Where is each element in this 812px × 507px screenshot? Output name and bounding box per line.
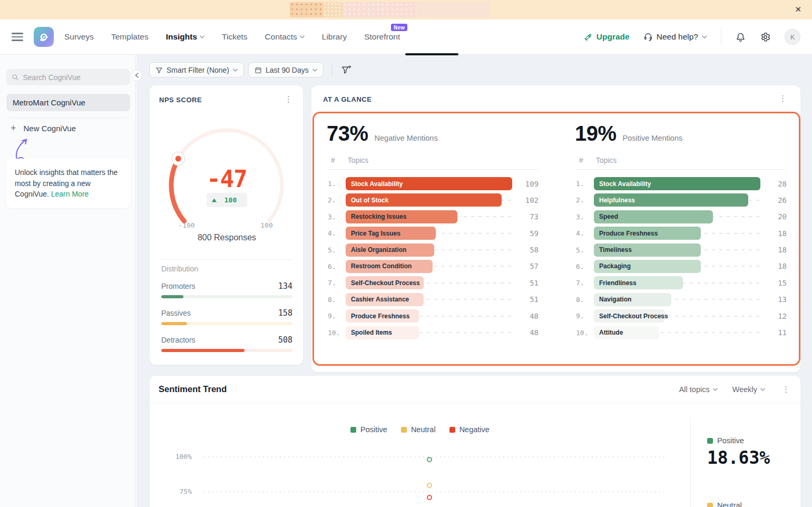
search-input[interactable]: [23, 73, 125, 82]
topic-row: 1.Stock Availability109: [327, 177, 539, 190]
settings-button[interactable]: [760, 32, 771, 43]
topic-bar-track: Stock Availability: [594, 177, 760, 190]
topic-bar-track: Helpfulness: [594, 193, 760, 207]
legend-item-negative[interactable]: Negative: [449, 425, 490, 434]
need-help-button[interactable]: Need help?: [643, 32, 707, 42]
topic-bar[interactable]: Restroom Condition: [346, 260, 433, 273]
topic-bar[interactable]: Navigation: [594, 293, 671, 306]
topic-bar-track: Navigation: [594, 293, 760, 306]
topic-bar[interactable]: Packaging: [594, 260, 701, 273]
topic-bar[interactable]: Spoiled Items: [346, 326, 419, 339]
y-axis-tick: 100%: [160, 453, 192, 461]
sidebar-item-metromart-cognivue[interactable]: MetroMart CogniVue: [6, 94, 130, 111]
side-positive-value: 18.63%: [707, 447, 770, 468]
cognivue-search[interactable]: [6, 69, 130, 85]
topic-row: 9.Self-Checkout Process12: [575, 309, 787, 323]
topic-bar[interactable]: Speed: [594, 210, 713, 223]
distribution-row-header: Promoters134: [161, 281, 292, 291]
legend-swatch: [350, 427, 356, 433]
data-point[interactable]: [427, 457, 432, 462]
distribution-bar[interactable]: [161, 349, 244, 352]
topic-bar[interactable]: Helpfulness: [594, 193, 748, 207]
topic-bar[interactable]: Out of Stock: [346, 193, 502, 207]
topic-row: 2.Out of Stock102: [327, 193, 539, 207]
topic-label: Self-Checkout Process: [351, 279, 420, 287]
nav-item-insights[interactable]: Insights: [166, 32, 204, 42]
banner-texture: [416, 2, 490, 17]
distribution-label: Promoters: [161, 282, 195, 290]
topic-bar[interactable]: Timeliness: [594, 243, 701, 257]
topic-bar[interactable]: Aisle Organization: [346, 243, 434, 257]
topic-bar[interactable]: Friendliness: [594, 276, 683, 289]
topic-label: Restocking Issues: [351, 213, 406, 220]
data-point[interactable]: [427, 495, 432, 500]
topic-value: 12: [765, 312, 787, 320]
topic-bar[interactable]: Produce Freshness: [346, 309, 419, 323]
topic-value: 73: [516, 212, 539, 221]
sentiment-menu-icon[interactable]: ⋮: [780, 385, 792, 394]
add-filter-icon[interactable]: [341, 65, 351, 75]
topic-value: 58: [516, 246, 539, 254]
nav-item-tickets[interactable]: Tickets: [222, 32, 248, 42]
topic-bar-track: Self-Checkout Process: [346, 276, 512, 289]
nav-item-storefront[interactable]: StorefrontNew: [364, 32, 400, 42]
glance-card-menu-icon[interactable]: ⋮: [776, 94, 790, 103]
nav-item-surveys[interactable]: Surveys: [64, 32, 94, 42]
nps-score-card: NPS SCORE ⋮ -47 100 -100 100 800 Respons…: [149, 85, 304, 365]
nav-item-contacts[interactable]: Contacts: [265, 32, 305, 42]
topic-row: 10.Attitude11: [575, 326, 787, 339]
notifications-button[interactable]: [735, 32, 746, 43]
topic-bar[interactable]: Restocking Issues: [346, 210, 457, 223]
date-range-dropdown[interactable]: Last 90 Days: [248, 62, 324, 77]
banner-close-icon[interactable]: ✕: [793, 4, 804, 15]
date-range-label: Last 90 Days: [266, 66, 309, 74]
positive-stat: 19% Positive Mentions: [575, 122, 682, 145]
user-avatar[interactable]: K: [785, 29, 800, 45]
distribution-label: Detractors: [161, 336, 195, 344]
topic-bar[interactable]: Produce Freshness: [594, 227, 701, 240]
distribution-bar[interactable]: [161, 322, 187, 325]
data-point[interactable]: [427, 483, 432, 488]
hamburger-menu-icon[interactable]: [12, 31, 23, 43]
chevron-down-icon: [702, 35, 707, 38]
learn-more-link[interactable]: Learn More: [51, 190, 89, 198]
horizontal-scrollbar-thumb[interactable]: [405, 53, 458, 55]
distribution-value: 134: [278, 281, 292, 291]
nav-divider: [721, 29, 721, 45]
smart-filter-dropdown[interactable]: Smart Filter (None): [149, 62, 244, 77]
nav-item-label: Contacts: [265, 32, 297, 42]
topic-bar[interactable]: Attitude: [594, 326, 659, 339]
period-dropdown[interactable]: Weekly: [732, 385, 765, 394]
topic-value: 18: [765, 229, 787, 238]
distribution-value: 158: [278, 308, 292, 318]
glance-highlight-box: 73% Negative Mentions # Topics 1.Stock A…: [312, 112, 800, 366]
topic-bar[interactable]: Stock Availability: [346, 177, 512, 190]
sidebar-collapse-button[interactable]: [131, 70, 142, 81]
topic-label: Friendliness: [599, 279, 637, 287]
nps-card-menu-icon[interactable]: ⋮: [281, 94, 296, 104]
topic-bar[interactable]: Self-Checkout Process: [594, 309, 665, 323]
legend-item-positive[interactable]: Positive: [350, 425, 387, 434]
topic-value: 20: [765, 212, 787, 221]
distribution-row: Passives158: [161, 308, 292, 325]
distribution-row: Promoters134: [161, 281, 292, 298]
nav-item-templates[interactable]: Templates: [111, 32, 149, 42]
card-divider: [161, 259, 292, 260]
topic-value: 18: [765, 262, 787, 270]
topic-bar[interactable]: Stock Availability: [594, 177, 760, 190]
topics-filter-dropdown[interactable]: All topics: [679, 385, 718, 394]
legend-item-neutral[interactable]: Neutral: [401, 425, 436, 434]
nps-delta-badge: 100: [150, 193, 304, 207]
app-logo[interactable]: [34, 27, 54, 47]
distribution-bar[interactable]: [161, 295, 183, 298]
upgrade-button[interactable]: Upgrade: [584, 32, 630, 42]
topic-bar[interactable]: Price Tag Issues: [346, 227, 436, 240]
topic-bar[interactable]: Cashier Assistance: [346, 293, 424, 306]
new-cognivue-button[interactable]: + New CogniVue: [11, 123, 76, 133]
gridline-100: [204, 456, 668, 457]
topic-bar[interactable]: Self-Checkout Process: [346, 276, 424, 289]
nav-item-library[interactable]: Library: [322, 32, 347, 42]
topic-value: 59: [516, 229, 539, 238]
topic-label: Produce Freshness: [599, 230, 658, 237]
topic-value: 26: [765, 196, 787, 204]
